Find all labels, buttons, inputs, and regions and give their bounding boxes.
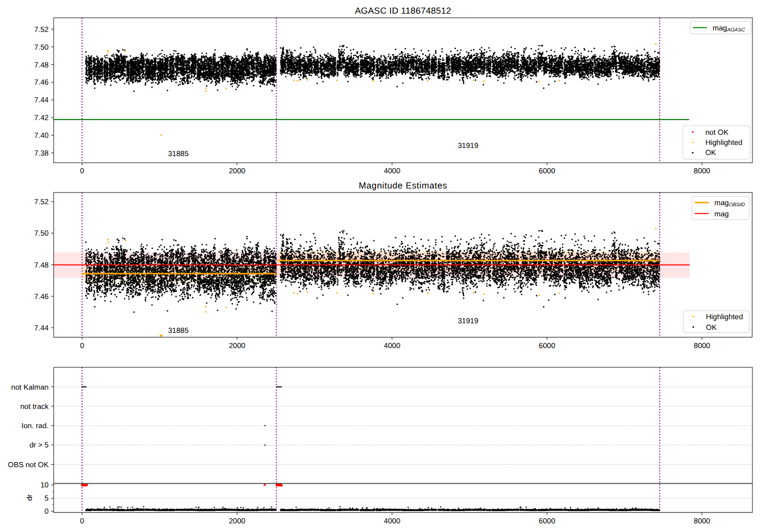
svg-text:31885: 31885 [168, 150, 189, 158]
svg-text:2000: 2000 [229, 517, 245, 525]
svg-text:OBS not OK: OBS not OK [8, 461, 49, 469]
svg-text:7.52: 7.52 [34, 198, 48, 206]
svg-text:4000: 4000 [384, 167, 400, 175]
svg-text:5: 5 [45, 495, 49, 503]
svg-text:not Kalman: not Kalman [11, 384, 49, 392]
svg-text:Highlighted: Highlighted [705, 139, 742, 147]
svg-text:OK: OK [705, 149, 716, 157]
svg-text:31919: 31919 [458, 317, 479, 325]
svg-text:7.44: 7.44 [34, 324, 48, 332]
svg-text:8000: 8000 [694, 342, 710, 350]
svg-text:0: 0 [80, 342, 84, 350]
svg-text:Magnitude Estimates: Magnitude Estimates [359, 180, 447, 191]
svg-text:6000: 6000 [539, 342, 555, 350]
svg-text:7.52: 7.52 [34, 26, 48, 34]
svg-text:dr > 5: dr > 5 [29, 441, 49, 449]
svg-text:not track: not track [20, 403, 49, 411]
svg-text:6000: 6000 [539, 167, 555, 175]
svg-text:OK: OK [706, 324, 716, 332]
svg-text:8000: 8000 [694, 517, 710, 525]
svg-text:7.46: 7.46 [34, 79, 48, 87]
svg-text:dr: dr [26, 494, 34, 501]
svg-text:31885: 31885 [168, 327, 189, 335]
svg-text:Highlighted: Highlighted [706, 313, 743, 321]
svg-text:0: 0 [45, 508, 49, 516]
svg-text:mag: mag [714, 210, 729, 218]
svg-text:8000: 8000 [694, 167, 710, 175]
svg-text:2000: 2000 [229, 342, 245, 350]
svg-text:6000: 6000 [539, 517, 555, 525]
svg-text:7.46: 7.46 [34, 293, 48, 301]
svg-text:7.42: 7.42 [34, 114, 48, 122]
svg-text:7.38: 7.38 [34, 149, 48, 158]
svg-text:0: 0 [80, 517, 84, 525]
svg-text:2000: 2000 [229, 167, 245, 175]
svg-text:7.48: 7.48 [34, 61, 48, 69]
svg-text:10: 10 [41, 481, 49, 489]
svg-text:7.48: 7.48 [34, 261, 48, 270]
svg-text:not OK: not OK [705, 129, 729, 137]
svg-text:4000: 4000 [384, 517, 400, 525]
svg-text:Ion. rad.: Ion. rad. [21, 422, 49, 430]
svg-text:7.40: 7.40 [34, 132, 48, 140]
svg-text:31919: 31919 [458, 142, 479, 150]
svg-text:7.50: 7.50 [34, 44, 48, 52]
svg-text:AGASC ID 1186748512: AGASC ID 1186748512 [355, 6, 451, 16]
svg-text:7.50: 7.50 [34, 230, 48, 238]
svg-text:4000: 4000 [384, 342, 400, 350]
svg-text:7.44: 7.44 [34, 96, 48, 104]
svg-text:0: 0 [80, 167, 84, 175]
